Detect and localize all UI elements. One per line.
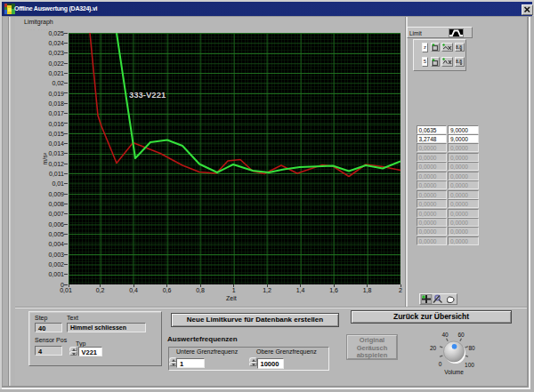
- svg-text:333-V221: 333-V221: [129, 90, 166, 100]
- svg-text:8.8: 8.8: [456, 59, 462, 64]
- svg-text:8.8: 8.8: [456, 44, 462, 49]
